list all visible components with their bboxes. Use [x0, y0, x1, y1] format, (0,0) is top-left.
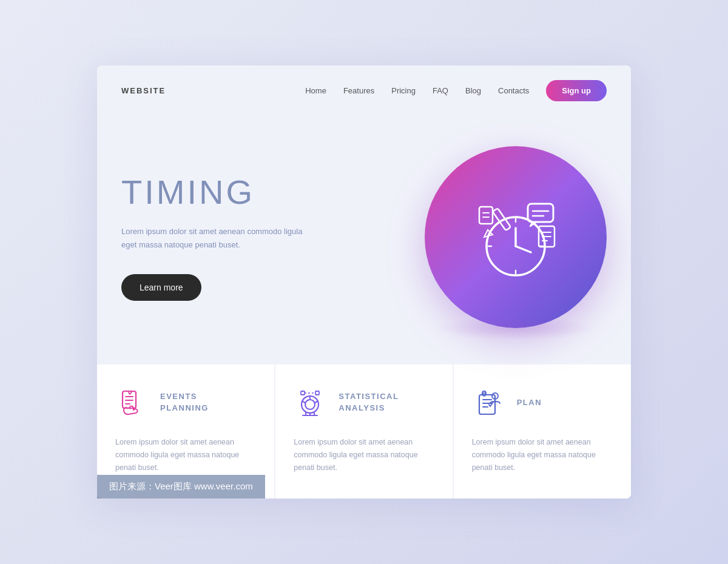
nav-contacts[interactable]: Contacts — [498, 86, 529, 95]
events-planning-icon — [115, 386, 148, 419]
statistical-analysis-icon — [294, 386, 326, 419]
card-title-stats: STATISTICAL ANALYSIS — [339, 391, 399, 413]
svg-point-24 — [305, 400, 315, 409]
page-wrapper: WEBSITE Home Features Pricing FAQ Blog C… — [97, 65, 631, 499]
card-desc-stats: Lorem ipsum dolor sit amet aenean commod… — [294, 436, 434, 475]
hero-circle — [425, 146, 607, 328]
hero-left: TIMING Lorem ipsum dolor sit amet aenean… — [121, 173, 352, 301]
learn-more-button[interactable]: Learn more — [121, 274, 201, 301]
watermark: 图片来源：Veer图库 www.veer.com — [97, 475, 265, 499]
nav-blog[interactable]: Blog — [465, 86, 481, 95]
card-desc-events: Lorem ipsum dolor sit amet aenean commod… — [115, 436, 256, 475]
card-header-stats: STATISTICAL ANALYSIS — [294, 386, 434, 419]
nav-faq[interactable]: FAQ — [433, 86, 448, 95]
svg-rect-10 — [493, 208, 511, 230]
navbar: WEBSITE Home Features Pricing FAQ Blog C… — [97, 65, 631, 116]
svg-line-27 — [303, 401, 305, 403]
card-header-plan: PLAN — [472, 386, 613, 419]
svg-line-26 — [315, 401, 317, 403]
hero-illustration-icon — [461, 183, 570, 292]
hero-right — [425, 146, 607, 328]
card-desc-plan: Lorem ipsum dolor sit amet aenean commod… — [472, 436, 613, 475]
card-title-plan: PLAN — [517, 397, 542, 408]
svg-line-2 — [516, 246, 531, 252]
card-plan: PLAN Lorem ipsum dolor sit amet aenean c… — [454, 364, 631, 499]
hero-section: TIMING Lorem ipsum dolor sit amet aenean… — [97, 116, 631, 364]
card-header-events: EVENTS PLANNING — [115, 386, 256, 419]
svg-rect-16 — [479, 207, 493, 224]
svg-rect-7 — [528, 204, 553, 222]
card-title-events: EVENTS PLANNING — [160, 391, 209, 413]
signup-button[interactable]: Sign up — [546, 80, 607, 101]
hero-description: Lorem ipsum dolor sit amet aenean commod… — [121, 225, 315, 252]
svg-rect-29 — [315, 391, 319, 395]
svg-rect-28 — [301, 391, 305, 395]
nav-home[interactable]: Home — [305, 86, 326, 95]
site-logo: WEBSITE — [121, 86, 166, 95]
hero-title: TIMING — [121, 173, 352, 211]
card-statistical-analysis: STATISTICAL ANALYSIS Lorem ipsum dolor s… — [275, 364, 452, 499]
nav-pricing[interactable]: Pricing — [391, 86, 416, 95]
plan-icon — [472, 386, 505, 419]
nav-links: Home Features Pricing FAQ Blog Contacts … — [305, 80, 607, 101]
nav-features[interactable]: Features — [343, 86, 374, 95]
